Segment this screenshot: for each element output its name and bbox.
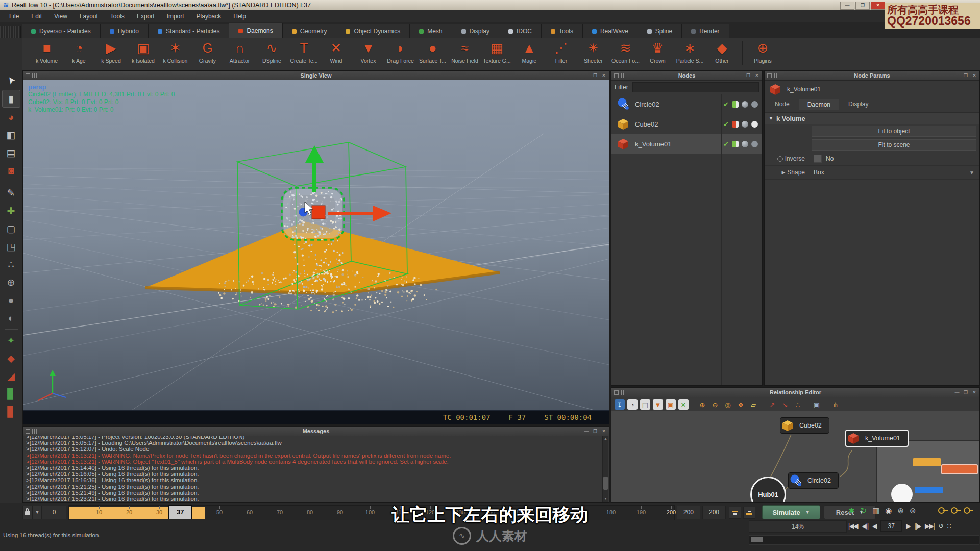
notes-icon[interactable]: ▱ bbox=[748, 399, 758, 410]
daemon-magic-button[interactable]: ▲Magic bbox=[513, 39, 545, 64]
node-shading-icon[interactable] bbox=[742, 141, 748, 147]
remove-link-icon[interactable]: ↘ bbox=[780, 399, 790, 410]
hierarchy-icon[interactable]: ⋔ bbox=[830, 399, 841, 410]
node-display-icon[interactable] bbox=[751, 121, 758, 128]
flipbook-button[interactable]: ∷ bbox=[947, 522, 951, 530]
zoom-fit-icon[interactable]: ◎ bbox=[723, 399, 733, 410]
panel-float-icon[interactable]: ❐ bbox=[592, 428, 598, 434]
relationship-title-bar[interactable]: Relationship Editor —❐✕ bbox=[611, 388, 979, 397]
timeline-start-field[interactable]: 0 bbox=[42, 506, 66, 519]
panel-grip-icon[interactable] bbox=[621, 73, 625, 78]
remove-key-icon[interactable] bbox=[964, 507, 970, 514]
inverse-checkbox[interactable] bbox=[814, 155, 822, 163]
params-tab-daemon[interactable]: Daemon bbox=[799, 99, 839, 110]
tab-dyverso-particles[interactable]: Dyverso - Particles bbox=[22, 24, 101, 38]
node-display-icon[interactable] bbox=[751, 101, 758, 108]
zoom-in-icon[interactable]: ⊕ bbox=[697, 399, 707, 410]
panel-float-icon[interactable]: ❐ bbox=[963, 389, 969, 395]
particles-splash-icon[interactable]: ✱ bbox=[848, 506, 855, 515]
pen-tool-icon[interactable]: ✎ bbox=[3, 185, 20, 202]
graph-node-cube02[interactable]: Cube02 bbox=[780, 417, 829, 434]
daemon-wind-button[interactable]: ✕Wind bbox=[320, 39, 352, 64]
node-enabled-check-icon[interactable]: ✔ bbox=[723, 140, 729, 148]
params-title-bar[interactable]: Node Params —❐✕ bbox=[765, 71, 979, 81]
export-doc-icon[interactable]: ▼ bbox=[653, 399, 663, 410]
panel-dock-icon[interactable] bbox=[26, 73, 30, 78]
magnet-tool-icon[interactable]: ◙ bbox=[3, 162, 20, 179]
menu-edit[interactable]: Edit bbox=[25, 11, 48, 21]
node-enabled-check-icon[interactable]: ✔ bbox=[723, 101, 729, 108]
particles-tool-icon[interactable]: ∴ bbox=[3, 256, 20, 273]
timeline-lock-button[interactable] bbox=[22, 506, 33, 519]
timeline-end-field[interactable]: 200 bbox=[677, 506, 700, 519]
toolbar-grip[interactable] bbox=[0, 26, 21, 38]
node-enabled-check-icon[interactable]: ✔ bbox=[723, 120, 729, 128]
shaded-sphere-icon[interactable]: ◐ bbox=[3, 310, 20, 327]
node-shading-icon[interactable] bbox=[742, 121, 748, 128]
panel-minimize-icon[interactable]: — bbox=[583, 428, 590, 434]
scrollbar-thumb[interactable] bbox=[603, 477, 608, 490]
daemon-k-isolated-button[interactable]: ▣k Isolated bbox=[127, 39, 159, 64]
minimize-button[interactable]: — bbox=[840, 2, 854, 10]
cache-db-icon[interactable]: ▥ bbox=[872, 506, 879, 515]
filter-input[interactable] bbox=[632, 82, 759, 92]
daemon-k-volume-button[interactable]: ■k Volume bbox=[31, 39, 63, 64]
node-display-icon[interactable] bbox=[751, 141, 758, 147]
menu-help[interactable]: Help bbox=[227, 11, 252, 21]
reset-scene-icon[interactable]: ↻ bbox=[861, 506, 867, 515]
import-doc-icon[interactable]: ↧ bbox=[615, 399, 625, 410]
simulate-dropdown-icon[interactable]: ▼ bbox=[805, 510, 810, 515]
node-row-cube02[interactable]: Cube02✔ bbox=[611, 114, 762, 134]
play-button[interactable]: ▶ bbox=[906, 522, 910, 530]
auto-link-icon[interactable]: ∴ bbox=[793, 399, 803, 410]
menu-layout[interactable]: Layout bbox=[74, 11, 104, 21]
go-start-button[interactable]: |◀◀ bbox=[848, 522, 858, 530]
node-row-circle02[interactable]: Circle02✔ bbox=[611, 94, 762, 114]
next-key-icon[interactable] bbox=[951, 507, 958, 514]
daemon-k-age-button[interactable]: ◔k Age bbox=[63, 39, 95, 64]
daemon-filter-button[interactable]: ⋰Filter bbox=[545, 39, 577, 64]
panel-close-icon[interactable]: ✕ bbox=[971, 389, 977, 395]
node-export-flag-icon[interactable] bbox=[732, 101, 739, 108]
playback-frame-field[interactable]: 37 bbox=[880, 520, 902, 532]
menu-import[interactable]: Import bbox=[161, 11, 190, 21]
daemon-create-te--button[interactable]: TCreate Te... bbox=[288, 39, 320, 64]
fit-to-scene-button[interactable]: Fit to scene bbox=[812, 139, 976, 151]
tab-spline[interactable]: Spline bbox=[638, 24, 682, 38]
timeline-dropdown[interactable]: ▼ bbox=[33, 506, 42, 519]
sphere-tool-icon[interactable]: ● bbox=[3, 292, 20, 309]
book-red-icon[interactable]: ▊ bbox=[3, 404, 20, 420]
panel-grip-icon[interactable] bbox=[621, 390, 625, 395]
relationship-canvas[interactable]: Cube02k_Volume01Circle02Hub01 bbox=[611, 411, 979, 502]
daemon-dspline-button[interactable]: ∿DSpline bbox=[256, 39, 288, 64]
tab-tools[interactable]: Tools bbox=[542, 24, 583, 38]
zoom-out-icon[interactable]: ⊖ bbox=[710, 399, 720, 410]
panel-dock-icon[interactable] bbox=[767, 73, 772, 78]
visibility-eye-icon[interactable]: ◉ bbox=[885, 506, 892, 515]
node-row-k_volume01[interactable]: k_Volume01✔ bbox=[611, 134, 762, 154]
panel-minimize-icon[interactable]: — bbox=[954, 389, 960, 395]
panel-dock-icon[interactable] bbox=[614, 390, 619, 395]
set-key-icon[interactable] bbox=[938, 507, 945, 514]
panel-close-icon[interactable]: ✕ bbox=[754, 72, 760, 79]
red-cube-object[interactable] bbox=[312, 206, 325, 219]
panel-float-icon[interactable]: ❐ bbox=[745, 72, 751, 79]
layers-tool-icon[interactable]: ▤ bbox=[3, 144, 20, 161]
cache-progress-thumb[interactable] bbox=[751, 537, 763, 542]
node-export-flag-icon[interactable] bbox=[732, 141, 739, 147]
expand-triangle-icon[interactable]: ▶ bbox=[781, 170, 785, 175]
node-export-flag-icon[interactable] bbox=[732, 121, 739, 128]
simulate-button[interactable]: Simulate▼ bbox=[762, 505, 820, 519]
brush-green-icon[interactable]: ✦ bbox=[3, 332, 20, 349]
viewport-3d-canvas[interactable]: persp Circle02 (Emitter): EMITTED: 4,301… bbox=[23, 80, 609, 424]
tab-geometry[interactable]: Geometry bbox=[283, 24, 337, 38]
tab-daemons[interactable]: Daemons bbox=[229, 23, 282, 38]
marquee-tool-icon[interactable]: ▢ bbox=[3, 220, 20, 237]
daemon-attractor-button[interactable]: ∩Attractor bbox=[224, 39, 256, 64]
node-shading-icon[interactable] bbox=[742, 101, 748, 108]
panel-grip-icon[interactable] bbox=[32, 429, 37, 434]
tab-display[interactable]: Display bbox=[452, 24, 499, 38]
open-doc-icon[interactable]: ▤ bbox=[640, 399, 650, 410]
geometry-tool-icon[interactable]: ◧ bbox=[3, 127, 20, 143]
prev-frame-button[interactable]: ◀|| bbox=[862, 522, 868, 530]
